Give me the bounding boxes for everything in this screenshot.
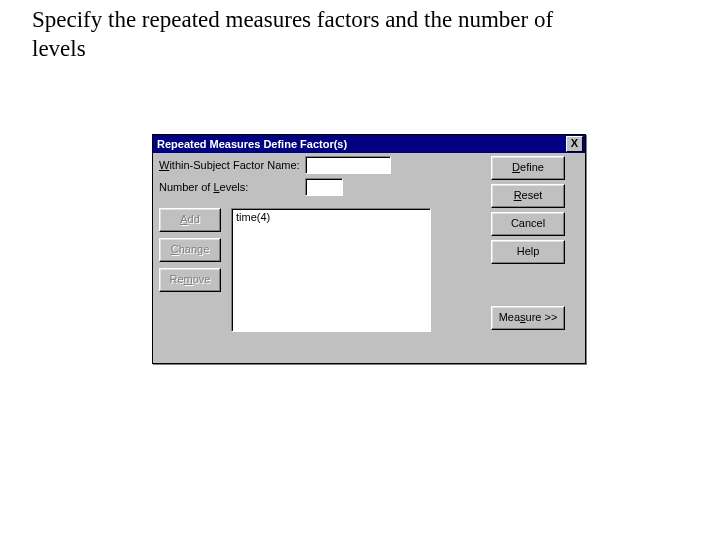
remove-button[interactable]: Remove bbox=[159, 268, 221, 292]
titlebar: Repeated Measures Define Factor(s) X bbox=[153, 135, 585, 153]
close-button[interactable]: X bbox=[566, 136, 583, 152]
help-button[interactable]: Help bbox=[491, 240, 565, 264]
add-button[interactable]: Add bbox=[159, 208, 221, 232]
define-button[interactable]: Define bbox=[491, 156, 565, 180]
num-levels-label: Number of Levels: bbox=[159, 181, 248, 193]
dialog-title: Repeated Measures Define Factor(s) bbox=[157, 138, 347, 150]
change-button[interactable]: Change bbox=[159, 238, 221, 262]
dialog-body: Within-Subject Factor Name: Number of Le… bbox=[153, 153, 585, 363]
measure-button[interactable]: Measure >> bbox=[491, 306, 565, 330]
page-heading: Specify the repeated measures factors an… bbox=[32, 6, 592, 64]
cancel-button[interactable]: Cancel bbox=[491, 212, 565, 236]
close-icon: X bbox=[571, 137, 578, 149]
num-levels-input[interactable] bbox=[305, 178, 343, 196]
repeated-measures-dialog: Repeated Measures Define Factor(s) X Wit… bbox=[152, 134, 586, 364]
within-subject-label: Within-Subject Factor Name: bbox=[159, 159, 300, 171]
factors-listbox[interactable]: time(4) bbox=[231, 208, 431, 332]
reset-button[interactable]: Reset bbox=[491, 184, 565, 208]
factor-name-input[interactable] bbox=[305, 156, 391, 174]
list-item[interactable]: time(4) bbox=[236, 211, 426, 223]
